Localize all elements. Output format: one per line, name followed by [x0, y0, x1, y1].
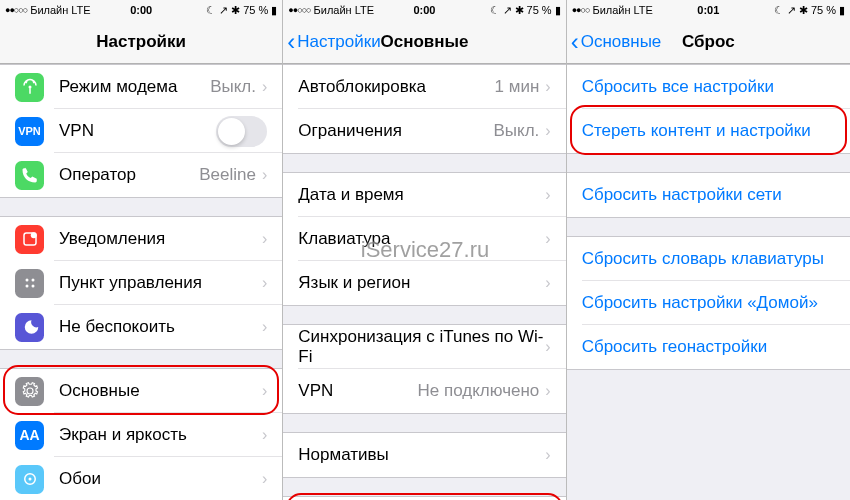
- row-datetime[interactable]: Дата и время›: [283, 173, 565, 217]
- back-label: Настройки: [297, 32, 380, 52]
- row-dnd[interactable]: Не беспокоить ›: [0, 305, 282, 349]
- status-bar: ●●○○○БилайнLTE 0:00 ☾↗✱75 %▮: [283, 0, 565, 20]
- screen-settings: ●●○○○БилайнLTE 0:00 ☾↗✱75 %▮ Настройки Р…: [0, 0, 283, 500]
- row-reset-network[interactable]: Сбросить настройки сети: [567, 173, 850, 217]
- general-label: Основные: [59, 381, 262, 401]
- autolock-label: Автоблокировка: [298, 77, 494, 97]
- status-bar: ●●○○○БилайнLTE 0:00 ☾↗✱75 %▮: [0, 0, 282, 20]
- row-vpn[interactable]: VPN VPN: [0, 109, 282, 153]
- moon-icon: ☾: [490, 4, 500, 17]
- row-erase-content[interactable]: Стереть контент и настройки: [567, 109, 850, 153]
- battery-percent: 75 %: [527, 4, 552, 16]
- row-regulatory[interactable]: Нормативы›: [283, 433, 565, 477]
- display-label: Экран и яркость: [59, 425, 262, 445]
- battery-icon: ▮: [839, 4, 845, 17]
- chevron-right-icon: ›: [545, 338, 550, 356]
- screen-reset: ●●○○БилайнLTE 0:01 ☾↗✱75 %▮ ‹Основные Сб…: [567, 0, 850, 500]
- row-reset-all[interactable]: Сбросить все настройки: [567, 65, 850, 109]
- vpn-label: VPN: [298, 381, 417, 401]
- phone-icon: [15, 161, 44, 190]
- battery-icon: ▮: [271, 4, 277, 17]
- vpn-icon: VPN: [15, 117, 44, 146]
- location-icon: ↗: [219, 4, 228, 17]
- battery-icon: ▮: [555, 4, 561, 17]
- svg-point-4: [25, 285, 28, 288]
- battery-percent: 75 %: [811, 4, 836, 16]
- chevron-right-icon: ›: [545, 122, 550, 140]
- clock: 0:01: [697, 4, 719, 16]
- page-title: Сброс: [682, 32, 735, 52]
- chevron-right-icon: ›: [262, 470, 267, 488]
- chevron-right-icon: ›: [262, 78, 267, 96]
- bluetooth-icon: ✱: [231, 4, 240, 17]
- clock: 0:00: [130, 4, 152, 16]
- wallpaper-label: Обои: [59, 469, 262, 489]
- network-label: LTE: [634, 4, 653, 16]
- reset-all-label: Сбросить все настройки: [582, 77, 835, 97]
- bluetooth-icon: ✱: [799, 4, 808, 17]
- row-carrier[interactable]: Оператор Beeline ›: [0, 153, 282, 197]
- row-wallpaper[interactable]: Обои ›: [0, 457, 282, 500]
- autolock-value: 1 мин: [495, 77, 540, 97]
- svg-point-2: [25, 279, 28, 282]
- navbar: ‹Основные Сброс: [567, 20, 850, 64]
- display-icon: AA: [15, 421, 44, 450]
- page-title: Основные: [380, 32, 468, 52]
- chevron-right-icon: ›: [545, 382, 550, 400]
- svg-point-5: [31, 285, 34, 288]
- row-reset-location[interactable]: Сбросить геонастройки: [567, 325, 850, 369]
- row-vpn[interactable]: VPNНе подключено›: [283, 369, 565, 413]
- chevron-right-icon: ›: [545, 446, 550, 464]
- vpn-toggle[interactable]: [216, 116, 267, 147]
- location-icon: ↗: [787, 4, 796, 17]
- status-bar: ●●○○БилайнLTE 0:01 ☾↗✱75 %▮: [567, 0, 850, 20]
- back-label: Основные: [581, 32, 662, 52]
- carrier-label: Оператор: [59, 165, 199, 185]
- page-title: Настройки: [96, 32, 186, 52]
- row-reset-keyboard[interactable]: Сбросить словарь клавиатуры: [567, 237, 850, 281]
- reset-home-label: Сбросить настройки «Домой»: [582, 293, 835, 313]
- notifications-label: Уведомления: [59, 229, 262, 249]
- svg-point-1: [30, 232, 36, 238]
- hotspot-value: Выкл.: [210, 77, 256, 97]
- restrictions-label: Ограничения: [298, 121, 493, 141]
- carrier-value: Beeline: [199, 165, 256, 185]
- gear-icon: [15, 377, 44, 406]
- row-general[interactable]: Основные ›: [0, 369, 282, 413]
- row-restrictions[interactable]: Ограничения Выкл. ›: [283, 109, 565, 153]
- signal-dots: ●●○○○: [288, 5, 310, 15]
- row-notifications[interactable]: Уведомления ›: [0, 217, 282, 261]
- chevron-right-icon: ›: [262, 274, 267, 292]
- battery-percent: 75 %: [243, 4, 268, 16]
- moon-icon: ☾: [774, 4, 784, 17]
- row-control-center[interactable]: Пункт управления ›: [0, 261, 282, 305]
- chevron-right-icon: ›: [262, 382, 267, 400]
- network-label: LTE: [71, 4, 90, 16]
- wallpaper-icon: [15, 465, 44, 494]
- keyboard-label: Клавиатура: [298, 229, 545, 249]
- navbar: ‹Настройки Основные: [283, 20, 565, 64]
- row-language[interactable]: Язык и регион›: [283, 261, 565, 305]
- navbar: Настройки: [0, 20, 282, 64]
- row-reset-home[interactable]: Сбросить настройки «Домой»: [567, 281, 850, 325]
- restrictions-value: Выкл.: [493, 121, 539, 141]
- row-itunes-sync[interactable]: Синхронизация с iTunes по Wi-Fi›: [283, 325, 565, 369]
- row-autolock[interactable]: Автоблокировка 1 мин ›: [283, 65, 565, 109]
- svg-point-3: [31, 279, 34, 282]
- row-keyboard[interactable]: Клавиатура›: [283, 217, 565, 261]
- row-hotspot[interactable]: Режим модема Выкл. ›: [0, 65, 282, 109]
- content[interactable]: Сбросить все настройки Стереть контент и…: [567, 64, 850, 500]
- content[interactable]: Автоблокировка 1 мин › Ограничения Выкл.…: [283, 64, 565, 500]
- content[interactable]: Режим модема Выкл. › VPN VPN Оператор Be…: [0, 64, 282, 500]
- notifications-icon: [15, 225, 44, 254]
- back-button[interactable]: ‹Настройки: [287, 28, 380, 56]
- reset-location-label: Сбросить геонастройки: [582, 337, 835, 357]
- location-icon: ↗: [503, 4, 512, 17]
- datetime-label: Дата и время: [298, 185, 545, 205]
- reset-keyboard-label: Сбросить словарь клавиатуры: [582, 249, 835, 269]
- language-label: Язык и регион: [298, 273, 545, 293]
- chevron-right-icon: ›: [262, 426, 267, 444]
- row-display[interactable]: AA Экран и яркость ›: [0, 413, 282, 457]
- back-button[interactable]: ‹Основные: [571, 28, 662, 56]
- carrier-label: Билайн: [30, 4, 68, 16]
